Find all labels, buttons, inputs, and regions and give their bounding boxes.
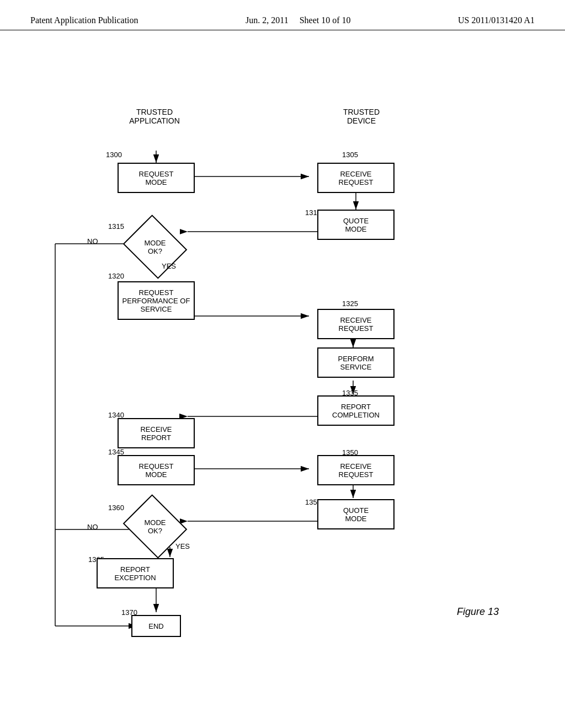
header-center: Jun. 2, 2011 Sheet 10 of 10 [246,15,351,25]
arrows-svg [0,30,565,703]
label-no-2: NO [87,523,98,531]
box-quote-mode-2: QUOTEMODE [317,499,395,529]
box-perform-service: PERFORMSERVICE [317,347,395,378]
label-1325: 1325 [342,299,358,308]
diamond-mode-ok-2: MODEOK? [130,506,180,547]
box-report-exception: REPORTEXCEPTION [97,558,174,588]
arrow-1305-1310 [0,30,565,703]
box-request-mode-1: REQUESTMODE [118,163,195,193]
diagram-area: TRUSTEDAPPLICATION TRUSTEDDEVICE 1300 RE… [0,30,565,703]
label-no-1: NO [87,237,98,245]
box-end: END [131,615,181,637]
right-column-header: TRUSTEDDEVICE [317,108,406,125]
label-yes-2: YES [175,542,190,550]
box-quote-mode-1: QUOTEMODE [317,210,395,240]
box-report-completion: REPORTCOMPLETION [317,395,395,426]
figure-label: Figure 13 [457,606,499,618]
label-1320: 1320 [108,272,124,280]
box-request-performance: REQUESTPERFORMANCE OFSERVICE [118,281,195,320]
box-receive-request-3: RECEIVEREQUEST [317,455,395,485]
label-yes-1: YES [162,262,176,270]
header-right: US 2011/0131420 A1 [458,15,535,25]
box-request-mode-2: REQUESTMODE [118,455,195,485]
page-header: Patent Application Publication Jun. 2, 2… [0,0,565,30]
label-1300: 1300 [106,151,122,159]
left-column-header: TRUSTEDAPPLICATION [110,108,199,125]
header-left: Patent Application Publication [30,15,138,25]
label-1315: 1315 [108,222,124,231]
box-receive-request-2: RECEIVEREQUEST [317,309,395,339]
box-receive-request-1: RECEIVEREQUEST [317,163,395,193]
label-1360: 1360 [108,504,124,512]
diamond-mode-ok-1: MODEOK? [130,226,180,267]
label-1305: 1305 [342,151,358,159]
box-receive-report: RECEIVEREPORT [118,418,195,448]
